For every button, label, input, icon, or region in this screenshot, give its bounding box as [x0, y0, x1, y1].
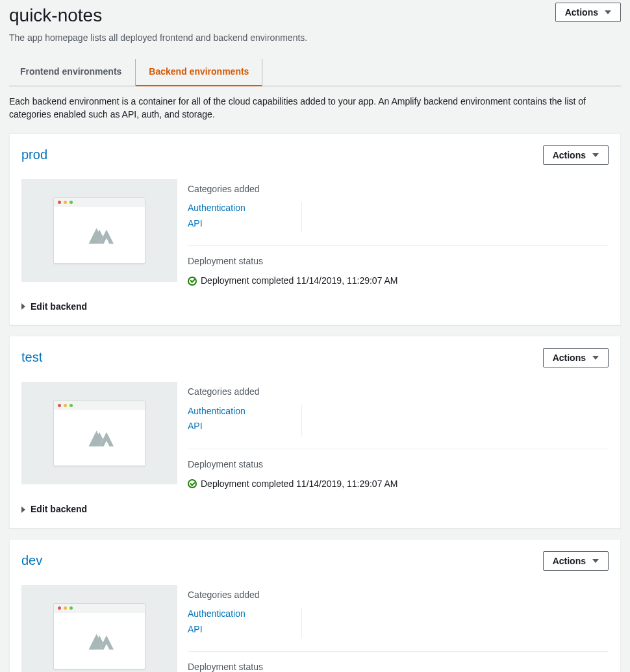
- amplify-logo-icon: [81, 625, 118, 657]
- environment-actions-label: Actions: [553, 353, 586, 363]
- edit-backend-toggle[interactable]: Edit backend: [21, 301, 609, 314]
- page-subtitle: The app homepage lists all deployed fron…: [9, 32, 621, 45]
- caret-down-icon: [592, 153, 599, 157]
- caret-down-icon: [605, 10, 611, 14]
- category-api-link[interactable]: API: [188, 218, 288, 230]
- success-check-icon: [188, 479, 197, 488]
- caret-right-icon: [21, 303, 25, 310]
- browser-frame-icon: [53, 197, 145, 264]
- deployment-status-text: Deployment completed 11/14/2019, 11:29:0…: [201, 275, 398, 288]
- caret-down-icon: [592, 356, 599, 360]
- caret-right-icon: [21, 506, 25, 513]
- browser-frame-icon: [53, 400, 145, 466]
- category-api-link[interactable]: API: [188, 623, 288, 636]
- window-dot-red-icon: [58, 404, 61, 407]
- categories-added-label: Categories added: [188, 183, 609, 196]
- category-authentication-link[interactable]: Authentication: [188, 608, 288, 621]
- environment-name-link[interactable]: test: [21, 348, 42, 366]
- window-dot-green-icon: [69, 606, 73, 610]
- page-actions-label: Actions: [565, 7, 598, 18]
- success-check-icon: [188, 277, 197, 286]
- environment-card: prod Actions: [9, 133, 621, 326]
- environment-name-link[interactable]: dev: [21, 551, 42, 569]
- environment-card: test Actions: [9, 336, 621, 529]
- environment-actions-button[interactable]: Actions: [543, 551, 609, 571]
- tab-frontend[interactable]: Frontend environments: [9, 59, 135, 86]
- environment-thumbnail: [21, 585, 177, 672]
- window-dot-yellow-icon: [64, 606, 67, 610]
- environment-actions-button[interactable]: Actions: [543, 348, 609, 367]
- window-dot-yellow-icon: [64, 201, 67, 204]
- edit-backend-label: Edit backend: [31, 503, 87, 516]
- category-api-link[interactable]: API: [188, 420, 288, 433]
- deployment-status-label: Deployment status: [188, 255, 609, 268]
- deployment-status-text: Deployment completed 11/14/2019, 11:29:0…: [201, 478, 398, 491]
- window-dot-yellow-icon: [64, 404, 67, 407]
- environment-name-link[interactable]: prod: [21, 145, 47, 164]
- browser-frame-icon: [53, 603, 145, 669]
- window-dot-green-icon: [69, 404, 73, 407]
- environment-actions-label: Actions: [553, 150, 586, 160]
- categories-added-label: Categories added: [188, 589, 609, 602]
- tabs: Frontend environments Backend environmen…: [9, 59, 621, 87]
- amplify-logo-icon: [81, 421, 118, 454]
- caret-down-icon: [592, 559, 599, 563]
- window-dot-green-icon: [69, 201, 73, 204]
- tab-description: Each backend environment is a container …: [9, 95, 621, 121]
- environment-actions-label: Actions: [553, 556, 586, 566]
- window-dot-red-icon: [58, 606, 61, 610]
- amplify-logo-icon: [81, 219, 118, 251]
- tab-backend[interactable]: Backend environments: [135, 59, 262, 86]
- category-authentication-link[interactable]: Authentication: [188, 202, 288, 215]
- window-dot-red-icon: [58, 201, 61, 204]
- category-authentication-link[interactable]: Authentication: [188, 405, 288, 418]
- environment-thumbnail: [21, 382, 177, 484]
- environment-card: dev Actions: [9, 539, 621, 672]
- page-title: quick-notes: [9, 3, 102, 28]
- deployment-status-label: Deployment status: [188, 661, 609, 672]
- edit-backend-toggle[interactable]: Edit backend: [21, 503, 609, 516]
- edit-backend-label: Edit backend: [31, 301, 87, 314]
- environment-actions-button[interactable]: Actions: [543, 145, 609, 165]
- deployment-status-label: Deployment status: [188, 458, 609, 471]
- page-actions-button[interactable]: Actions: [555, 3, 621, 22]
- environment-thumbnail: [21, 179, 177, 282]
- categories-added-label: Categories added: [188, 386, 609, 399]
